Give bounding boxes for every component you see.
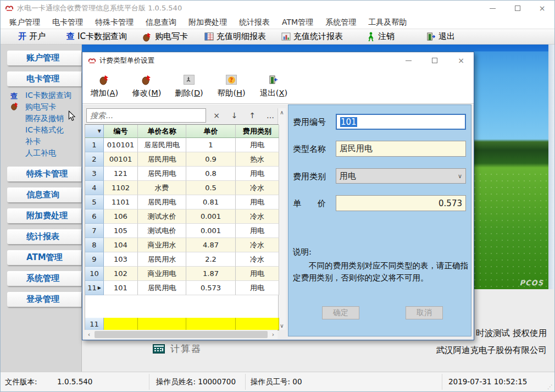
dialog-close-button[interactable]: ×: [456, 52, 466, 69]
sidebar-section-info-query[interactable]: 信息查询: [7, 187, 81, 202]
menu-special-card[interactable]: 特殊卡管理: [91, 18, 138, 27]
resize-grip-icon[interactable]: ⋰: [547, 384, 553, 390]
toolbar-exit[interactable]: 退出: [424, 30, 457, 44]
open-account-icon: 开: [18, 31, 26, 42]
search-more-icon[interactable]: …: [264, 111, 277, 120]
toolbar-open-account[interactable]: 开 开户: [16, 30, 48, 44]
col-header-code[interactable]: 编号: [104, 125, 138, 138]
sidebar-item-ic-card-query[interactable]: 查 IC卡数据查询: [1, 90, 81, 101]
minimize-button[interactable]: [480, 1, 505, 16]
operator-name: 操作员姓名: 10000700: [156, 377, 236, 387]
sidebar-section-special-card[interactable]: 特殊卡管理: [7, 167, 81, 181]
sidebar-section-atm[interactable]: ATM管理: [7, 250, 81, 265]
dialog-body: × ↓ ↑ … ∧ ∨ ▼ 编号 单价名称 单价 费用类别 1: [82, 104, 474, 340]
menu-surcharge[interactable]: 附加费处理: [184, 18, 231, 27]
table-row[interactable]: 5 1101 居民用电 0.81 用电: [85, 195, 279, 209]
ok-button[interactable]: 确定: [322, 306, 359, 319]
menu-account[interactable]: 账户管理: [5, 18, 45, 27]
table-row[interactable]: 7 105 测试电价 0.001 用电: [85, 224, 279, 238]
toolbar-buy-electricity-write-card[interactable]: 购电写卡: [140, 30, 190, 44]
menu-ecard[interactable]: 电卡管理: [48, 18, 87, 27]
header-dropdown-button[interactable]: ▼: [85, 125, 104, 138]
toolbar-recharge-stats-report[interactable]: 充值统计报表: [279, 30, 345, 44]
exit-button[interactable]: 退出(X): [258, 69, 289, 103]
sidebar-item-manual-recharge[interactable]: 人工补电: [1, 147, 81, 159]
menu-info-query[interactable]: 信息查询: [141, 18, 181, 27]
table-row[interactable]: 9 103 居民用水 2.2 冷水: [85, 252, 279, 267]
horizontal-scrollbar[interactable]: ‹ ›: [85, 330, 278, 339]
dialog-titlebar: 计费类型单价设置 ×: [82, 52, 474, 69]
menu-atm[interactable]: ATM管理: [278, 18, 318, 27]
maximize-button[interactable]: [505, 1, 530, 16]
delete-icon: [182, 74, 196, 86]
table-row[interactable]: 4 1102 水费 0.5 冷水: [85, 181, 279, 195]
menu-system[interactable]: 系统管理: [321, 18, 360, 27]
close-button[interactable]: ×: [530, 1, 554, 16]
statusbar-divider: [442, 374, 442, 390]
scrollbar-thumb[interactable]: [95, 331, 268, 338]
menubar: 账户管理 电卡管理 特殊卡管理 信息查询 附加费处理 统计报表 ATM管理 系统…: [1, 16, 554, 29]
sidebar-section-system[interactable]: 系统管理: [7, 271, 81, 286]
maximize-icon: [432, 58, 437, 63]
write-card-icon: [142, 32, 152, 42]
operator-id: 操作员工号: 00: [251, 377, 302, 387]
search-next-icon[interactable]: ↓: [228, 111, 241, 120]
sidebar-section-ecard[interactable]: 电卡管理: [7, 71, 81, 86]
toolbar-ic-card-query[interactable]: 查 IC卡数据查询: [64, 30, 129, 44]
sidebar-item-ic-format[interactable]: IC卡格式化: [1, 124, 81, 136]
table-row-current[interactable]: 11▶ 101 居民用电 0.573 用电: [85, 281, 279, 295]
dialog-minimize-button[interactable]: [403, 52, 413, 69]
sidebar-ecard-submenu: 查 IC卡数据查询 购电写卡 圈存及撤销 IC卡格式化 补卡 人工补电: [1, 90, 81, 159]
sidebar-section-login[interactable]: 登录管理: [7, 292, 81, 307]
type-name-field[interactable]: 居民用电: [336, 141, 466, 157]
category-select[interactable]: 用电 ∨: [336, 168, 466, 184]
add-button[interactable]: 增加(A): [89, 69, 120, 103]
toolbar-logout[interactable]: 注销: [364, 30, 397, 44]
price-table: ▼ 编号 单价名称 单价 费用类别 1 010101 居居民用电 1 用电 2 …: [85, 124, 279, 330]
price-setting-dialog: 计费类型单价设置 × 增加(A) 修改(M) 删除(D) ? 帮助: [82, 52, 474, 340]
scroll-right-icon[interactable]: ›: [269, 331, 278, 338]
table-row[interactable]: 8 104 商业用水 4.87 冷水: [85, 238, 279, 252]
fee-code-field[interactable]: 101: [336, 114, 466, 130]
sidebar-section-reports[interactable]: 统计报表: [7, 229, 81, 244]
selected-text: 101: [340, 117, 357, 127]
search-input[interactable]: [86, 108, 206, 123]
dialog-maximize-button[interactable]: [430, 52, 440, 69]
calculator-item[interactable]: 计算器: [153, 343, 202, 355]
cancel-button[interactable]: 取消: [406, 306, 443, 319]
main-titlebar: 水电一卡通综合收费管理信息系统平台版 1.0.5.540 ×: [1, 1, 554, 16]
table-row[interactable]: 2 00101 居民用电 0.9 热水: [85, 152, 279, 167]
help-button[interactable]: ? 帮助(H): [216, 69, 247, 103]
edit-form-panel: 费用编号 101 类型名称 居民用电 费用类别 用电 ∨ 单 价 0.573 说…: [288, 104, 471, 336]
table-row[interactable]: 3 121 居民用电 0.8 用电: [85, 167, 279, 181]
sidebar-item-reissue-card[interactable]: 补卡: [1, 136, 81, 147]
note-body: 不同的费用类别对应不同类型的表，请正确指定费用类别，否则你的定义将不可用。: [293, 260, 470, 284]
menu-tools-help[interactable]: 工具及帮助: [364, 18, 411, 27]
menu-reports[interactable]: 统计报表: [235, 18, 274, 27]
main-window: 水电一卡通综合收费管理信息系统平台版 1.0.5.540 × 账户管理 电卡管理…: [0, 0, 555, 392]
col-header-price[interactable]: 单价: [186, 125, 236, 138]
table-row[interactable]: 6 106 测试水价 0.001 冷水: [85, 209, 279, 224]
price-field[interactable]: 0.573: [336, 195, 466, 211]
dialog-title: 计费类型单价设置: [99, 56, 154, 65]
table-row[interactable]: 1 010101 居居民用电 1 用电: [85, 138, 279, 152]
status-datetime: 2019-07-31 10:52:15: [448, 377, 527, 386]
sidebar-section-account[interactable]: 账户管理: [7, 51, 81, 65]
file-version-value: 1.0.5.540: [57, 377, 92, 386]
scroll-up-icon[interactable]: ∧: [278, 109, 286, 115]
modify-button[interactable]: 修改(M): [131, 69, 162, 103]
row-count: 11: [85, 318, 104, 330]
toolbar-recharge-detail-report[interactable]: 充值明细报表: [202, 30, 268, 44]
file-version-label: 文件版本:: [5, 377, 37, 387]
help-icon: ?: [225, 74, 238, 86]
sidebar-section-surcharge[interactable]: 附加费处理: [7, 208, 81, 223]
scroll-down-icon[interactable]: ∨: [278, 323, 286, 329]
search-prev-icon[interactable]: ↑: [246, 111, 259, 120]
scroll-left-icon[interactable]: ‹: [85, 331, 93, 338]
search-clear-icon[interactable]: ×: [210, 111, 223, 120]
table-row[interactable]: 10 102 商业用电 1.87 用电: [85, 267, 279, 281]
current-row-icon: ▶: [98, 285, 101, 290]
col-header-category[interactable]: 费用类别: [236, 125, 279, 138]
delete-button[interactable]: 删除(D): [174, 69, 204, 103]
col-header-name[interactable]: 单价名称: [138, 125, 186, 138]
